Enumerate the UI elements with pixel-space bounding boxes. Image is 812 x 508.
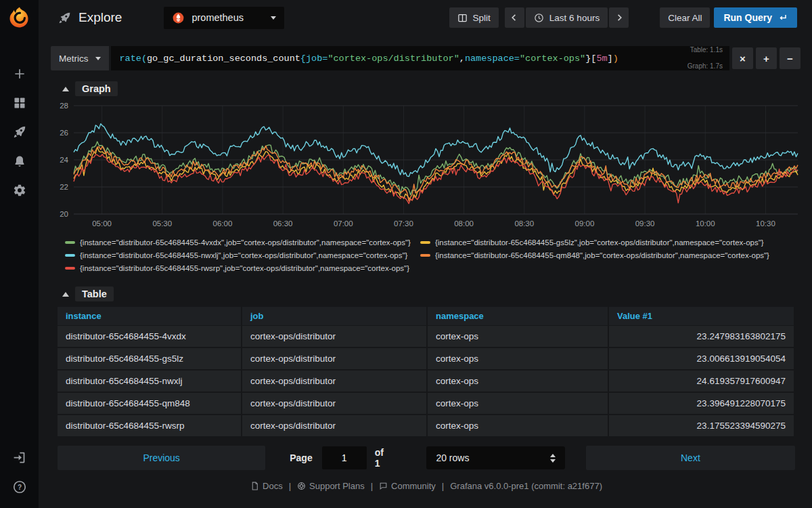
- footer-link-support[interactable]: Support Plans: [297, 481, 365, 491]
- grid-icon: [13, 96, 26, 110]
- chat-bubble-icon: [379, 482, 388, 490]
- close-icon: ×: [740, 53, 746, 64]
- gear-icon: [13, 184, 26, 197]
- promql-query-text: rate(go_gc_duration_seconds_count{job="c…: [120, 54, 618, 64]
- sidebar-item-explore[interactable]: [12, 125, 27, 140]
- y-axis-tick-label: 24: [60, 156, 68, 164]
- table-column-header[interactable]: job: [242, 307, 428, 326]
- table-cell: cortex-ops: [428, 415, 609, 438]
- query-token: {: [300, 54, 306, 64]
- query-token: ,: [459, 54, 465, 64]
- community-label: Community: [391, 481, 436, 491]
- x-axis-tick-label: 09:30: [635, 219, 655, 228]
- sidebar-item-configuration[interactable]: [12, 183, 27, 198]
- table-column-header[interactable]: instance: [58, 307, 242, 326]
- table-cell: cortex-ops/distributor: [242, 326, 428, 348]
- rocket-icon: [12, 125, 27, 140]
- graph-legend: {instance="distributor-65c4684455-4vxdx"…: [65, 236, 806, 274]
- query-token: "cortex-ops/distributor": [328, 54, 459, 64]
- query-token: ]: [608, 54, 613, 64]
- run-query-label: Run Query: [723, 12, 772, 23]
- legend-item[interactable]: {instance="distributor-65c4684455-qm848"…: [420, 249, 769, 261]
- table-cell: 23.175523394590275: [609, 415, 795, 438]
- x-axis-tick-label: 06:30: [273, 219, 293, 228]
- document-icon: [250, 482, 259, 490]
- table-header-row: instancejobnamespaceValue #1: [58, 307, 795, 326]
- table-row: distributor-65c4684455-qm848cortex-ops/d…: [58, 393, 795, 415]
- table-cell: distributor-65c4684455-rwsrp: [58, 415, 242, 438]
- page-label: Page: [290, 452, 312, 463]
- legend-item[interactable]: {instance="distributor-65c4684455-4vxdx"…: [65, 236, 411, 249]
- datasource-picker[interactable]: prometheus: [164, 7, 284, 29]
- table-cell: cortex-ops/distributor: [242, 393, 428, 415]
- table-cell: 23.006613919054054: [609, 348, 795, 371]
- x-axis-tick-label: 07:30: [394, 219, 413, 228]
- remove-query-button[interactable]: ×: [732, 47, 753, 69]
- rows-per-page-select[interactable]: 20 rows: [426, 446, 564, 469]
- grafana-logo[interactable]: [0, 0, 39, 35]
- footer-link-docs[interactable]: Docs: [250, 481, 283, 491]
- query-token: namespace=: [465, 54, 520, 64]
- table-row: distributor-65c4684455-4vxdxcortex-ops/d…: [58, 326, 795, 348]
- sidebar-item-sign-in[interactable]: [12, 450, 27, 465]
- grafana-logo-icon: [8, 6, 31, 29]
- legend-series-label: {instance="distributor-65c4684455-nwxlj"…: [80, 251, 407, 259]
- collapse-query-button[interactable]: −: [780, 47, 800, 69]
- sidebar-item-create[interactable]: [12, 66, 27, 81]
- clock-icon: [534, 13, 544, 23]
- table-cell: cortex-ops: [428, 348, 609, 371]
- table-timing: Table: 1.1s: [690, 46, 723, 54]
- time-range-button[interactable]: Last 6 hours: [526, 7, 608, 28]
- page-number-input[interactable]: [322, 446, 367, 469]
- time-back-button[interactable]: [505, 7, 524, 28]
- x-axis-tick-label: 09:00: [575, 219, 595, 228]
- table-column-header[interactable]: namespace: [428, 307, 609, 326]
- previous-label: Previous: [143, 452, 179, 463]
- x-axis-tick-label: 06:00: [213, 219, 233, 228]
- x-axis-tick-label: 10:00: [696, 219, 715, 228]
- table-cell: cortex-ops/distributor: [242, 348, 428, 371]
- split-label: Split: [473, 13, 491, 23]
- table-column-header[interactable]: Value #1: [609, 307, 795, 326]
- grafana-explore-app: ? Explore: [0, 0, 812, 508]
- metrics-label: Metrics: [59, 54, 89, 64]
- legend-color-dash-icon: [65, 254, 75, 257]
- run-query-button[interactable]: Run Query: [714, 7, 797, 28]
- footer-separator: |: [289, 481, 291, 491]
- sidebar-item-alerting[interactable]: [12, 154, 27, 169]
- clear-all-button[interactable]: Clear All: [660, 7, 710, 28]
- split-icon: [457, 13, 468, 23]
- legend-color-dash-icon: [65, 267, 75, 270]
- table-panel-header[interactable]: Table: [51, 278, 806, 305]
- sidebar-item-help[interactable]: ?: [12, 480, 27, 494]
- chevron-down-icon: [95, 57, 101, 60]
- previous-page-button[interactable]: Previous: [58, 446, 265, 470]
- legend-item[interactable]: {instance="distributor-65c4684455-nwxlj"…: [65, 249, 411, 261]
- add-query-button[interactable]: +: [756, 47, 777, 69]
- minus-icon: −: [787, 53, 793, 64]
- split-button[interactable]: Split: [449, 7, 499, 28]
- metrics-dropdown-button[interactable]: Metrics: [51, 46, 109, 70]
- time-forward-button[interactable]: [609, 7, 629, 28]
- next-label: Next: [681, 452, 700, 463]
- rocket-icon: [58, 11, 72, 25]
- table-cell: 23.396491228070175: [609, 393, 795, 415]
- graph-panel-header[interactable]: Graph: [51, 73, 806, 100]
- table-row: distributor-65c4684455-rwsrpcortex-ops/d…: [58, 415, 795, 438]
- next-page-button[interactable]: Next: [586, 446, 795, 470]
- legend-item[interactable]: {instance="distributor-65c4684455-rwsrp"…: [65, 261, 411, 274]
- support-plans-label: Support Plans: [309, 481, 365, 491]
- legend-series-label: {instance="distributor-65c4684455-rwsrp"…: [80, 264, 409, 272]
- promql-query-input[interactable]: rate(go_gc_duration_seconds_count{job="c…: [111, 46, 730, 70]
- time-series-chart[interactable]: 05:0005:3006:0006:3007:0007:3008:0008:30…: [56, 100, 803, 230]
- select-arrows-icon: [550, 454, 556, 463]
- sidebar-menu: [12, 66, 27, 198]
- footer-link-community[interactable]: Community: [379, 481, 436, 491]
- graph-chart-area[interactable]: 05:0005:3006:0006:3007:0007:3008:0008:30…: [56, 100, 806, 233]
- main-content: Explore prometheus Split: [39, 0, 812, 508]
- table-cell: distributor-65c4684455-qm848: [58, 393, 242, 415]
- x-axis-tick-label: 05:00: [92, 219, 112, 228]
- y-axis-tick-label: 28: [60, 102, 68, 110]
- sidebar-item-dashboards[interactable]: [12, 96, 27, 110]
- legend-item[interactable]: {instance="distributor-65c4684455-gs5lz"…: [420, 236, 769, 249]
